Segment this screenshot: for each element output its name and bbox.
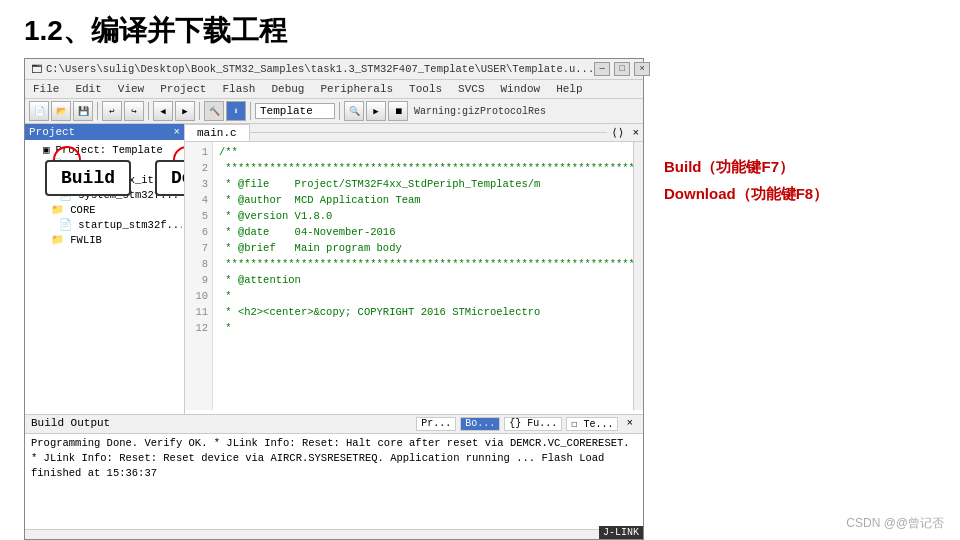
toolbar-sep2 — [148, 102, 149, 120]
project-panel: Project × ▣ Project: Template 📄 main.c 📄… — [25, 124, 185, 414]
toolbar-redo[interactable]: ↪ — [124, 101, 144, 121]
jlink-badge: J-LINK — [599, 526, 643, 539]
menu-svcs[interactable]: SVCS — [454, 82, 488, 96]
ide-titlebar-icon: 🗔 — [31, 63, 42, 76]
ide-titlebar: 🗔 C:\Users\sulig\Desktop\Book_STM32_Samp… — [25, 59, 643, 80]
toolbar-open[interactable]: 📂 — [51, 101, 71, 121]
build-output-header: Build Output Pr... Bo... {} Fu... ☐ Te..… — [25, 415, 643, 434]
code-tab-pin[interactable]: × — [628, 125, 643, 141]
ide-window: 🗔 C:\Users\sulig\Desktop\Book_STM32_Samp… — [24, 58, 644, 540]
code-editor: main.c ⟨⟩ × 1 2 3 4 5 6 7 8 9 — [185, 124, 643, 414]
project-tree: ▣ Project: Template 📄 main.c 📄 stm32f4xx… — [25, 140, 184, 249]
ide-titlebar-title: C:\Users\sulig\Desktop\Book_STM32_Sample… — [46, 63, 594, 75]
menu-edit[interactable]: Edit — [71, 82, 105, 96]
minimize-button[interactable]: — — [594, 62, 610, 76]
build-output-bottom: J-LINK — [25, 534, 643, 539]
tree-item-fwlib[interactable]: 📁 FWLIB — [27, 232, 182, 247]
line-numbers: 1 2 3 4 5 6 7 8 9 10 11 12 — [185, 142, 213, 410]
toolbar-debug[interactable]: ▶ — [366, 101, 386, 121]
toolbar-sep1 — [97, 102, 98, 120]
scrollbar-v[interactable] — [633, 142, 643, 410]
code-tab-close[interactable]: ⟨⟩ — [607, 124, 628, 141]
tree-item-system[interactable]: 📄 system_stm32f... — [27, 187, 182, 202]
toolbar-sep4 — [250, 102, 251, 120]
code-tab-main[interactable]: main.c — [185, 124, 250, 141]
menu-window[interactable]: Window — [497, 82, 545, 96]
annotation-build: Build（功能键F7） — [664, 158, 936, 177]
toolbar-sep5 — [339, 102, 340, 120]
watermark: CSDN @@曾记否 — [846, 515, 944, 532]
maximize-button[interactable]: □ — [614, 62, 630, 76]
build-tab-bo[interactable]: Bo... — [460, 417, 500, 431]
toolbar-stop[interactable]: ⏹ — [388, 101, 408, 121]
toolbar-save[interactable]: 💾 — [73, 101, 93, 121]
build-tab-pr[interactable]: Pr... — [416, 417, 456, 431]
menu-flash[interactable]: Flash — [218, 82, 259, 96]
toolbar-forward[interactable]: ▶ — [175, 101, 195, 121]
tree-item-project[interactable]: ▣ Project: Template — [27, 142, 182, 157]
tree-item-startup[interactable]: 📄 startup_stm32f... — [27, 217, 182, 232]
toolbar-warning: Warning:gizProtocolRes — [414, 106, 546, 117]
toolbar-undo[interactable]: ↩ — [102, 101, 122, 121]
build-output-label: Build Output — [31, 417, 110, 431]
tree-item-main[interactable]: 📄 main.c — [27, 157, 182, 172]
menu-tools[interactable]: Tools — [405, 82, 446, 96]
toolbar-find[interactable]: 🔍 — [344, 101, 364, 121]
page-title: 1.2、编译并下载工程 — [0, 0, 960, 58]
toolbar-new[interactable]: 📄 — [29, 101, 49, 121]
tree-item-core[interactable]: 📁 CORE — [27, 202, 182, 217]
scrollbar-h[interactable] — [25, 529, 633, 539]
toolbar-load[interactable]: ⬇ — [226, 101, 246, 121]
side-annotations: Build（功能键F7） Download（功能键F8） — [664, 58, 936, 540]
toolbar-build[interactable]: 🔨 — [204, 101, 224, 121]
menu-project[interactable]: Project — [156, 82, 210, 96]
build-tab-fu[interactable]: {} Fu... — [504, 417, 562, 431]
code-lines: 1 2 3 4 5 6 7 8 9 10 11 12 /** *********… — [185, 142, 643, 410]
titlebar-controls: — □ × — [594, 62, 650, 76]
annotation-download: Download（功能键F8） — [664, 185, 936, 204]
build-output-panel: Build Output Pr... Bo... {} Fu... ☐ Te..… — [25, 414, 643, 539]
toolbar-sep3 — [199, 102, 200, 120]
code-tab-bar: main.c ⟨⟩ × — [185, 124, 643, 142]
build-output-content: Programming Done. Verify OK. * JLink Inf… — [25, 434, 643, 534]
build-output-close[interactable]: × — [622, 417, 637, 431]
project-close-icon[interactable]: × — [173, 126, 180, 138]
project-label: Project — [29, 126, 75, 138]
tree-item-it[interactable]: 📄 stm32f4xx_it.c — [27, 172, 182, 187]
menu-debug[interactable]: Debug — [267, 82, 308, 96]
menu-peripherals[interactable]: Peripherals — [316, 82, 397, 96]
ide-menubar: File Edit View Project Flash Debug Perip… — [25, 80, 643, 99]
code-content: /** ************************************… — [213, 142, 643, 410]
toolbar-target[interactable]: Template — [255, 103, 335, 119]
menu-help[interactable]: Help — [552, 82, 586, 96]
build-tab-te[interactable]: ☐ Te... — [566, 417, 618, 431]
close-button[interactable]: × — [634, 62, 650, 76]
toolbar-back[interactable]: ◀ — [153, 101, 173, 121]
menu-view[interactable]: View — [114, 82, 148, 96]
ide-toolbar: 📄 📂 💾 ↩ ↪ ◀ ▶ 🔨 ⬇ Template 🔍 ▶ ⏹ Warning… — [25, 99, 643, 124]
menu-file[interactable]: File — [29, 82, 63, 96]
ide-body: Project × ▣ Project: Template 📄 main.c 📄… — [25, 124, 643, 414]
project-panel-header: Project × — [25, 124, 184, 140]
